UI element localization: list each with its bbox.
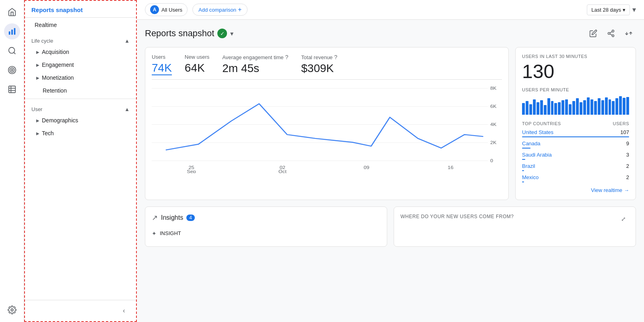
home-icon[interactable] (4, 4, 20, 20)
sidebar-item-demographics[interactable]: ▶ Demographics (25, 114, 136, 127)
country-bar (522, 159, 525, 160)
insight-icon: ✦ (152, 230, 157, 237)
all-users-label: All Users (161, 7, 182, 13)
mini-bar (526, 101, 528, 115)
country-name: Canada (522, 140, 541, 147)
country-users: 3 (626, 152, 629, 158)
metric-revenue: Total revenue ? $309K (301, 54, 337, 75)
sidebar-item-realtime[interactable]: Realtime (25, 18, 136, 32)
settings-icon[interactable] (4, 302, 20, 318)
mini-bar (587, 97, 590, 115)
country-name-row: Brazil 2 (522, 163, 629, 169)
topbar-dropdown-arrow[interactable]: ▾ (632, 5, 636, 14)
country-bar (522, 182, 524, 182)
chart-container: 8K 6K 4K 2K 0 25 Sep 02 Oct 09 16 (152, 85, 502, 173)
svg-point-15 (612, 35, 614, 37)
metric-new-users: New users 64K (185, 54, 209, 75)
country-name-row: United States 107 (522, 129, 629, 135)
tech-label: Tech (42, 130, 54, 136)
svg-text:09: 09 (363, 165, 369, 170)
country-users: 2 (626, 174, 629, 180)
add-comparison-button[interactable]: Add comparison + (192, 4, 248, 16)
tech-chevron: ▶ (36, 131, 39, 136)
country-name: Saudi Arabia (522, 152, 552, 158)
svg-text:8K: 8K (490, 86, 497, 91)
countries-header: TOP COUNTRIES USERS (522, 121, 629, 126)
svg-text:2K: 2K (490, 140, 497, 145)
acquisition-label: Acquisition (42, 49, 69, 55)
svg-rect-1 (11, 29, 13, 35)
compare-button[interactable] (621, 26, 636, 41)
user-section-header: User ▲ (25, 101, 136, 114)
mini-bar (554, 103, 557, 115)
mini-bar (537, 102, 539, 115)
countries-list: United States 107 Canada 9 Saudi Arabia … (522, 129, 629, 182)
date-range-dropdown-icon: ▾ (623, 7, 625, 13)
avatar: A (150, 5, 159, 14)
edit-button[interactable] (586, 26, 601, 41)
table-icon[interactable] (4, 81, 20, 97)
engagement-chevron: ▶ (36, 63, 39, 67)
date-range-selector[interactable]: Last 28 days ▾ (587, 4, 630, 15)
mini-bar (619, 96, 622, 115)
insight-label: INSIGHT (160, 230, 181, 236)
share-button[interactable] (604, 26, 618, 41)
mini-bar (580, 102, 582, 115)
sidebar-title[interactable]: Reports snapshot (25, 1, 136, 18)
metric-engagement-value: 2m 45s (222, 62, 288, 75)
svg-point-7 (11, 69, 13, 71)
country-row: Brazil 2 (522, 163, 629, 171)
svg-line-16 (610, 34, 612, 35)
per-minute-label: USERS PER MINUTE (522, 87, 629, 92)
mini-bar (583, 100, 586, 115)
title-dropdown-icon[interactable]: ▾ (230, 30, 233, 37)
country-name-row: Canada 9 (522, 140, 629, 147)
line-chart: 8K 6K 4K 2K 0 25 Sep 02 Oct 09 16 (152, 85, 502, 173)
country-bar (522, 148, 530, 149)
sidebar-item-retention[interactable]: Retention (25, 84, 136, 97)
all-users-chip[interactable]: A All Users (145, 3, 188, 16)
mini-bar (533, 99, 536, 115)
metric-new-users-value: 64K (185, 62, 209, 74)
analytics-icon[interactable] (4, 23, 20, 39)
mini-bar (561, 100, 564, 115)
mini-bar (626, 97, 629, 115)
sidebar-item-tech[interactable]: ▶ Tech (25, 127, 136, 140)
mini-bar (540, 100, 543, 115)
user-collapse-icon[interactable]: ▲ (124, 106, 130, 112)
country-bar (522, 170, 524, 171)
country-name-row: Saudi Arabia 3 (522, 152, 629, 158)
country-name: Brazil (522, 163, 535, 169)
demographics-label: Demographics (42, 117, 78, 124)
country-name-row: Mexico 2 (522, 174, 629, 180)
collapse-button[interactable]: ‹ (118, 305, 130, 316)
country-name: United States (522, 129, 553, 135)
page-title-text: Reports snapshot (145, 28, 214, 39)
mini-bar (615, 98, 618, 115)
realtime-card: USERS IN LAST 30 MINUTES 130 USERS PER M… (515, 47, 636, 200)
insight-row: ✦ INSIGHT (152, 227, 380, 240)
sidebar-footer: ‹ (25, 300, 136, 321)
target-icon[interactable] (4, 62, 20, 78)
mini-bar (576, 98, 579, 115)
engagement-help-icon[interactable]: ? (285, 54, 289, 60)
search-icon[interactable] (4, 43, 20, 59)
mini-bar (565, 99, 568, 115)
svg-point-14 (608, 33, 610, 35)
engagement-label: Engagement (42, 62, 74, 68)
country-users: 9 (626, 140, 629, 147)
lifecycle-collapse-icon[interactable]: ▲ (124, 38, 130, 44)
svg-line-17 (610, 31, 612, 33)
monetization-chevron: ▶ (36, 76, 39, 80)
sidebar-item-monetization[interactable]: ▶ Monetization (25, 71, 136, 84)
view-realtime-link[interactable]: View realtime → (522, 187, 629, 193)
add-icon: + (238, 6, 242, 13)
metrics-row: Users 74K New users 64K Average engageme… (152, 54, 502, 80)
users-column-label: USERS (613, 121, 629, 126)
revenue-help-icon[interactable]: ? (334, 54, 337, 60)
mini-bar (609, 99, 611, 115)
sidebar-item-acquisition[interactable]: ▶ Acquisition (25, 45, 136, 58)
expand-icon[interactable]: ⤢ (618, 213, 629, 225)
sidebar-item-engagement[interactable]: ▶ Engagement (25, 58, 136, 71)
country-bar (522, 136, 629, 137)
